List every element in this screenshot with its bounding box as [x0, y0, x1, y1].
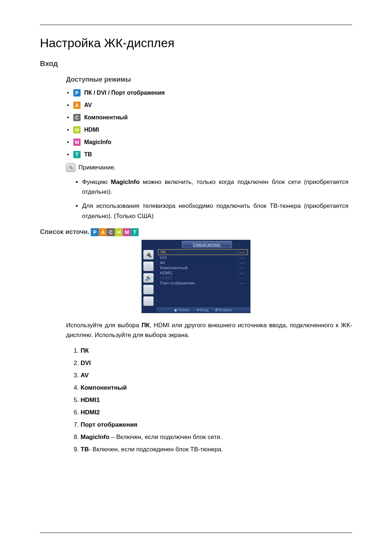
mode-label: ПК / DVI / Порт отображения — [84, 90, 165, 96]
osd-icon-multi: ▯ — [143, 296, 154, 306]
mode-label: MagicInfo — [84, 139, 111, 145]
osd-icon-picture: 🖼 — [143, 262, 154, 271]
list-item: ПК — [81, 347, 352, 354]
osd-row: Порт отображения: ---- — [158, 280, 248, 286]
mode-item: •AAV — [66, 102, 352, 109]
note-heading: ✎ Примечание. — [66, 163, 352, 172]
osd-source-list: ПК: ----DVI: ----AV: ----Компонентный: -… — [156, 249, 248, 306]
c-badge-icon: C — [73, 114, 81, 121]
osd-title: Список источн. — [182, 241, 232, 248]
list-item: HDMI2 — [81, 409, 352, 416]
osd-row: AV: ---- — [158, 260, 248, 265]
mode-label: AV — [84, 102, 92, 108]
c-badge-icon: C — [107, 228, 115, 236]
osd-row: HDMI1: ---- — [158, 270, 248, 275]
p-badge-icon: P — [91, 228, 99, 236]
mode-label: ТВ — [84, 151, 92, 158]
mode-label: HDMI — [84, 127, 99, 133]
page-title: Настройка ЖК-дисплея — [40, 36, 352, 50]
list-item: AV — [81, 372, 352, 379]
osd-footer: ◆Перем. ↵Вход ↺Возврат — [156, 307, 250, 313]
source-badge-strip: PACHMT — [91, 228, 139, 236]
p-badge-icon: P — [73, 89, 81, 97]
pencil-icon: ✎ — [66, 163, 75, 172]
osd-row: Компонентный: ---- — [158, 265, 248, 270]
mode-item: •HHDMI — [66, 126, 352, 134]
source-list-heading: Список источн. PACHMT — [40, 228, 352, 236]
list-item: DVI — [81, 360, 352, 367]
mode-item: •TТВ — [66, 151, 352, 158]
m-badge-icon: M — [123, 228, 131, 236]
osd-row: DVI: ---- — [158, 255, 248, 260]
osd-row: ПК: ---- — [158, 249, 248, 255]
mode-label: Компонентный — [84, 114, 128, 121]
source-paragraph: Используйте для выбора ПК, HDMI или друг… — [66, 320, 352, 340]
osd-row: HDMI2: ---- — [158, 275, 248, 280]
osd-foot-move: ◆Перем. — [174, 308, 190, 312]
list-item: Порт отображения — [81, 421, 352, 428]
t-badge-icon: T — [73, 151, 81, 158]
note-item: Функцию MagicInfo можно включить, только… — [82, 177, 348, 197]
section-input: Вход — [40, 59, 352, 68]
list-item: Компонентный — [81, 384, 352, 391]
mode-item: •PПК / DVI / Порт отображения — [66, 89, 352, 97]
osd-foot-return: ↺Возврат — [215, 308, 232, 312]
osd-icon-sound: 🔊 — [143, 273, 154, 283]
a-badge-icon: A — [73, 102, 81, 109]
note-item: Для использования телевизора необходимо … — [82, 201, 348, 221]
h-badge-icon: H — [115, 228, 123, 236]
bottom-rule — [40, 533, 352, 533]
osd-foot-enter: ↵Вход — [197, 308, 209, 312]
a-badge-icon: A — [99, 228, 107, 236]
section-available-modes: Доступные режимы — [66, 76, 352, 83]
h-badge-icon: H — [73, 126, 81, 134]
source-numbered-list: ПКDVIAVКомпонентныйHDMI1HDMI2Порт отобра… — [81, 347, 352, 453]
mode-item: •CКомпонентный — [66, 114, 352, 121]
list-item: HDMI1 — [81, 397, 352, 404]
m-badge-icon: M — [73, 139, 81, 146]
mode-item: •MMagicInfo — [66, 139, 352, 146]
top-rule — [40, 25, 352, 25]
osd-screenshot: Список источн. 🔌 🖼 🔊 ⚙ ▯ ПК: ----DVI: --… — [142, 240, 250, 313]
list-item: ТВ- Включен, если подсоединен блок ТВ-тю… — [81, 446, 352, 453]
notes-list: Функцию MagicInfo можно включить, только… — [82, 177, 348, 221]
osd-icon-setup: ⚙ — [143, 285, 154, 294]
modes-list: •PПК / DVI / Порт отображения•AAV•CКомпо… — [66, 89, 352, 158]
osd-side-icons: 🔌 🖼 🔊 ⚙ ▯ — [143, 249, 156, 306]
source-list-label: Список источн. — [40, 228, 89, 236]
list-item: MagicInfo – Включен, если подключен блок… — [81, 434, 352, 441]
note-label: Примечание. — [78, 164, 116, 171]
t-badge-icon: T — [131, 228, 139, 236]
osd-icon-input: 🔌 — [143, 250, 154, 259]
